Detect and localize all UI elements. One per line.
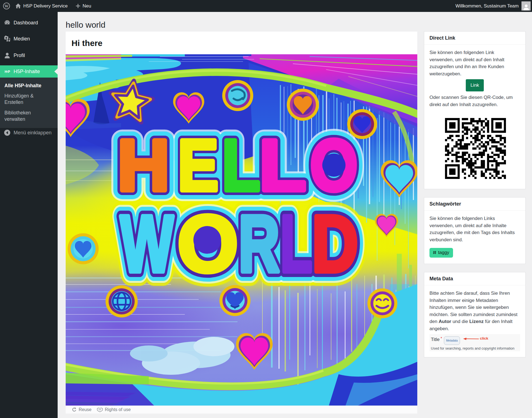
svg-text:L: L [259,125,306,206]
svg-text:L: L [222,125,260,206]
svg-text:W: W [120,199,173,288]
svg-text:H: H [117,125,170,206]
svg-text:H-P: H-P [5,70,10,74]
svg-text:D: D [312,199,358,289]
svg-text:L: L [280,199,312,289]
svg-text:W: W [4,4,9,8]
svg-text:E: E [178,125,219,206]
svg-text:R: R [239,199,280,288]
